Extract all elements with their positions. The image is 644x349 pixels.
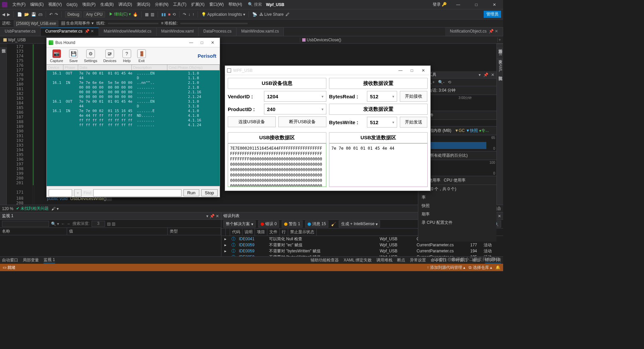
pause-icon[interactable]: ▮▮: [161, 12, 166, 17]
menu-project[interactable]: 项目(P): [80, 2, 98, 7]
hot-reload-icon[interactable]: 🔥: [133, 12, 138, 17]
connect-button[interactable]: 连接USB设备: [228, 116, 276, 127]
menu-window[interactable]: 窗口(W): [207, 2, 226, 7]
settings-button[interactable]: ⚙Settings: [84, 49, 97, 63]
redo-icon[interactable]: ↷: [55, 12, 58, 17]
thread-select[interactable]: [108, 23, 158, 24]
nav-project[interactable]: Wpf_USB: [8, 38, 26, 42]
error-row[interactable]: ▸ⓘIDE0059不需要对 "bytesWritten" 赋值Wpf_USBCu…: [221, 248, 503, 254]
login-link[interactable]: 登录 🔑: [433, 2, 447, 7]
tab-dataprocess[interactable]: DataProcess.cs: [199, 28, 236, 36]
search-box[interactable]: 🔍 搜索: [248, 2, 262, 7]
byteswrite-select[interactable]: 512▾: [367, 117, 397, 128]
productid-select[interactable]: 240▾: [264, 104, 326, 114]
find-input[interactable]: [49, 189, 72, 197]
foot-tab2[interactable]: 辅助功能检查器: [311, 257, 339, 263]
step-out-icon[interactable]: ↑: [192, 12, 194, 17]
git-changes-tab[interactable]: Git 更改: [497, 48, 503, 59]
tab-currentparameter[interactable]: CurrentParameter.cs📌 ✕: [41, 28, 99, 36]
minimize-icon[interactable]: —: [186, 40, 196, 45]
exit-button[interactable]: 🚪Exit: [137, 49, 146, 63]
save-icon[interactable]: 💾: [31, 12, 36, 17]
minimize-icon[interactable]: —: [451, 2, 465, 7]
properties-tab[interactable]: XAML 实时预览: [497, 59, 503, 75]
diag-dropdown-icon[interactable]: ▾: [479, 72, 481, 77]
col-line[interactable]: 行: [280, 229, 288, 236]
foot-tab[interactable]: 局部变量: [23, 257, 39, 263]
health-indicator[interactable]: ✔ 未找到相关问题: [16, 206, 49, 211]
col-type[interactable]: 类型: [168, 228, 221, 235]
menu-file[interactable]: 文件(F): [10, 2, 28, 7]
foot-tab2[interactable]: 断点: [397, 257, 405, 263]
foot-tab2[interactable]: 输出: [472, 257, 480, 263]
diag-cpu-profile[interactable]: 录 CPU 配置文件: [418, 218, 496, 227]
save-all-icon[interactable]: 🗃: [38, 12, 42, 17]
wpf-titlebar[interactable]: WPF_USB —□✕: [225, 66, 430, 75]
tab-notification[interactable]: NotificationObject.cs📌 ✕: [445, 28, 503, 36]
minimize-icon[interactable]: —: [395, 68, 406, 73]
close-icon[interactable]: ✕: [488, 2, 501, 7]
foot-tab2[interactable]: 调用堆栈: [376, 257, 392, 263]
nav-back-icon[interactable]: ◀: [2, 12, 5, 17]
menu-git[interactable]: Git(G): [64, 2, 80, 7]
pin-icon[interactable]: 📌: [483, 72, 488, 77]
config-select[interactable]: Debug: [65, 11, 82, 17]
filter-icon[interactable]: 🧹: [331, 222, 336, 227]
stackframe-select[interactable]: [180, 23, 248, 24]
warning-filter[interactable]: 警告 1: [282, 220, 303, 228]
undo-icon[interactable]: ↶: [49, 12, 53, 17]
bushound-titlebar[interactable]: Bus Hound —□✕: [47, 38, 220, 47]
col-file[interactable]: 文件: [267, 229, 280, 236]
build-filter[interactable]: 生成 + IntelliSense ▾: [339, 220, 380, 228]
tab-usbparameter[interactable]: UsbParameter.cs: [0, 28, 41, 36]
col-name[interactable]: 名称: [0, 228, 67, 235]
tab-mainxaml[interactable]: MainWindow.xaml: [157, 28, 199, 36]
menu-edit[interactable]: 编辑(E): [28, 2, 46, 7]
process-select[interactable]: [25680] Wpf_USB.exe: [14, 20, 58, 27]
wpf-usb-window[interactable]: WPF_USB —□✕ USB设备信息 VendorID :1204▾ Prod…: [225, 65, 431, 191]
share-icon[interactable]: 📡: [252, 12, 257, 17]
start-recv-button[interactable]: 开始接收: [400, 91, 427, 102]
col-code[interactable]: 代码: [230, 229, 243, 236]
open-icon[interactable]: 📂: [24, 12, 29, 17]
stop-button[interactable]: Stop: [201, 189, 218, 196]
foot-tab2[interactable]: XAML 绑定失败: [343, 257, 372, 263]
feedback-icon[interactable]: 🖉: [285, 12, 289, 17]
close-icon[interactable]: ✕: [491, 72, 494, 77]
pin-icon[interactable]: 📌 ✕: [85, 29, 94, 34]
foot-tab2[interactable]: 异常设置: [410, 257, 426, 263]
bushound-data[interactable]: 16.1 OUT 7e 7e 00 01 01 01 45 4e ......E…: [47, 70, 220, 186]
split-editor-icon[interactable]: ＋: [498, 37, 502, 43]
tab-mainxamlcs[interactable]: MainWindow.xaml.cs: [236, 28, 284, 36]
devices-button[interactable]: 🖳Devices: [103, 49, 116, 63]
start-send-button[interactable]: 开始发送: [400, 117, 427, 128]
zoom-level[interactable]: 120 %: [2, 206, 13, 211]
bushound-window[interactable]: Bus Hound —□✕ 📷Capture 💾Save ⚙Settings 🖳…: [46, 38, 220, 197]
menu-tools[interactable]: 工具(T): [171, 2, 189, 7]
platform-select[interactable]: Any CPU: [84, 11, 105, 17]
send-textbox[interactable]: 7e 7e 00 01 01 01 45 4e 44: [329, 143, 428, 187]
foot-tab[interactable]: 自动窗口: [2, 257, 18, 263]
run-button[interactable]: Run: [183, 189, 199, 196]
nav-forward-icon[interactable]: ▶: [7, 12, 10, 17]
depth-select[interactable]: 3: [92, 221, 105, 227]
maximize-icon[interactable]: □: [197, 40, 207, 45]
col-proj[interactable]: 项目: [255, 229, 267, 236]
find-text-input[interactable]: [93, 189, 181, 197]
lifecycle-icon[interactable]: ▦ 生命周期事件 ▾: [61, 20, 94, 26]
diag-reset-icon[interactable]: ⟲: [448, 80, 451, 85]
col-value[interactable]: 值: [67, 228, 168, 235]
capture-button[interactable]: 📷Capture: [50, 49, 63, 63]
diag-tab-cpu[interactable]: CPU 使用率: [444, 178, 466, 183]
foot-tab2[interactable]: 即时窗口: [451, 257, 468, 263]
menu-build[interactable]: 生成(B): [98, 2, 116, 7]
step-over-icon[interactable]: ↷: [183, 12, 186, 17]
disconnect-button[interactable]: 断开USB设备: [278, 116, 326, 127]
server-explorer-tab[interactable]: 数据源: [0, 44, 7, 48]
error-row[interactable]: ▸ⓘIDE0059不需要对 "ec" 赋值Wpf_USBCurrentParam…: [221, 242, 503, 248]
tab-mainvm[interactable]: MainWindowViewModel.cs: [99, 28, 157, 36]
vendorid-select[interactable]: 1204▾: [264, 91, 326, 102]
layout-icon[interactable]: ▦: [145, 12, 149, 17]
foot-tab2[interactable]: 命令窗口: [431, 257, 447, 263]
diag-zoomout-icon[interactable]: 🔍-: [438, 80, 444, 85]
